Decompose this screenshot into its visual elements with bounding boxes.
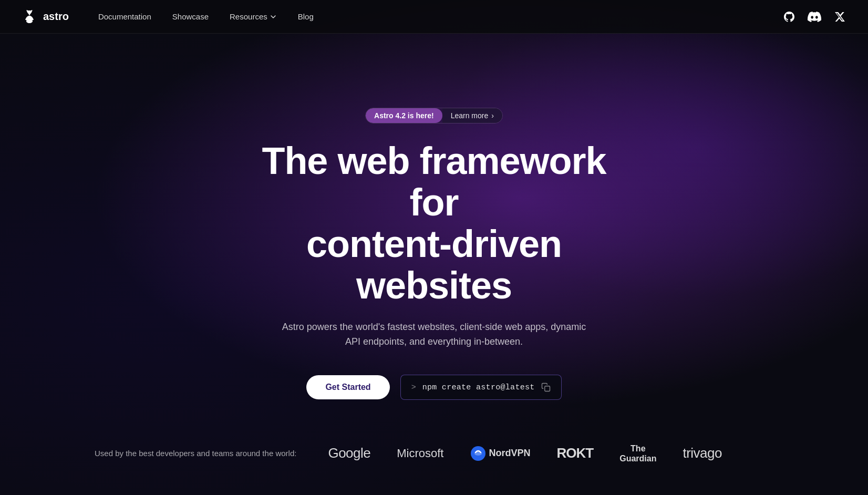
copy-icon[interactable] xyxy=(541,383,551,392)
npm-command-box[interactable]: > npm create astro@latest xyxy=(400,375,562,400)
brand-nordvpn: NordVPN xyxy=(470,446,531,461)
brand-google: Google xyxy=(328,445,370,461)
get-started-button[interactable]: Get Started xyxy=(306,375,389,399)
twitter-x-icon xyxy=(834,11,845,23)
nav-link-blog[interactable]: Blog xyxy=(290,9,322,24)
nav-left: astro Documentation Showcase Resources B… xyxy=(21,8,322,25)
brand-microsoft: Microsoft xyxy=(397,447,443,460)
nav-link-resources[interactable]: Resources xyxy=(221,9,285,24)
hero-headline: The web framework for content-driven web… xyxy=(245,140,623,307)
discord-icon xyxy=(808,10,821,24)
nav-right xyxy=(782,9,847,24)
chevron-down-icon xyxy=(270,13,277,20)
hero-section: Astro 4.2 is here! Learn more › The web … xyxy=(0,0,868,495)
github-icon-link[interactable] xyxy=(782,9,797,24)
brands-logos: Google Microsoft NordVPN ROKT TheGuardia… xyxy=(328,444,722,463)
hero-content: Astro 4.2 is here! Learn more › The web … xyxy=(224,108,644,400)
navbar: astro Documentation Showcase Resources B… xyxy=(0,0,868,34)
astro-logo-icon xyxy=(21,8,38,25)
announcement-link[interactable]: Learn more › xyxy=(442,108,502,123)
logo-link[interactable]: astro xyxy=(21,8,69,25)
github-icon xyxy=(783,11,795,23)
nordvpn-icon xyxy=(470,446,486,461)
brand-trivago: trivago xyxy=(683,445,722,461)
announcement-badge: Astro 4.2 is here! xyxy=(366,108,442,123)
nav-link-showcase[interactable]: Showcase xyxy=(164,9,217,24)
announcement-banner[interactable]: Astro 4.2 is here! Learn more › xyxy=(365,108,503,123)
brands-label: Used by the best developers and teams ar… xyxy=(95,448,296,460)
svg-rect-0 xyxy=(544,386,550,391)
cta-row: Get Started > npm create astro@latest xyxy=(306,375,561,400)
twitter-icon-link[interactable] xyxy=(832,9,847,24)
nav-links: Documentation Showcase Resources Blog xyxy=(90,9,322,24)
discord-icon-link[interactable] xyxy=(807,9,822,24)
brands-section: Used by the best developers and teams ar… xyxy=(0,444,868,463)
brand-rokt: ROKT xyxy=(557,445,594,461)
hero-subtext: Astro powers the world's fastest website… xyxy=(282,319,586,350)
npm-prompt: > xyxy=(411,383,416,392)
npm-command-text: npm create astro@latest xyxy=(422,383,535,392)
clipboard-icon xyxy=(541,383,551,392)
brand-guardian: TheGuardian xyxy=(619,444,656,463)
nav-link-documentation[interactable]: Documentation xyxy=(90,9,160,24)
logo-text: astro xyxy=(43,11,69,23)
